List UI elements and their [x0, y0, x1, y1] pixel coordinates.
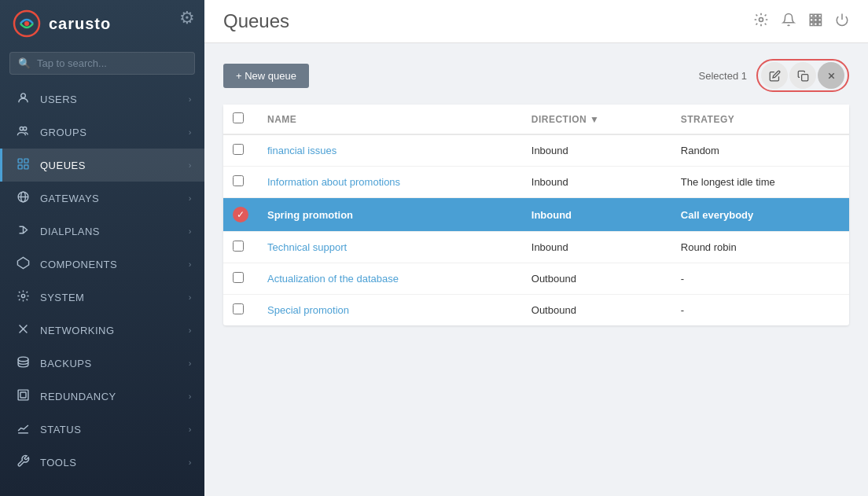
components-icon: [15, 256, 31, 272]
sidebar-item-networking-label: NETWORKING: [40, 325, 179, 336]
sidebar-item-backups-label: BACKUPS: [40, 358, 179, 369]
edit-button[interactable]: [761, 62, 788, 89]
row-checkbox[interactable]: [233, 272, 244, 283]
delete-button[interactable]: [818, 62, 844, 89]
row-direction-cell: Inbound: [522, 167, 671, 198]
table-row: Information about promotionsInboundThe l…: [223, 167, 849, 198]
sidebar-logo-area: carusto ⚙: [0, 0, 204, 47]
selected-count-text: Selected 1: [699, 70, 747, 82]
search-bar[interactable]: 🔍: [9, 52, 195, 75]
row-checkbox[interactable]: [233, 175, 244, 186]
row-direction-cell: Inbound: [522, 198, 671, 232]
svg-rect-24: [818, 14, 822, 17]
row-checkbox[interactable]: [233, 241, 244, 252]
power-icon[interactable]: [835, 13, 849, 31]
sidebar-item-dialplans-label: DIALPLANS: [40, 226, 179, 237]
main-content: Queues + New queue Selected 1: [204, 0, 868, 496]
table-toolbar: + New queue Selected 1: [223, 59, 849, 92]
row-checkbox-cell: [223, 263, 258, 295]
col-header-direction[interactable]: Direction ▼: [522, 105, 671, 134]
table-header-row: Name Direction ▼ Strategy: [223, 105, 849, 134]
grid-icon[interactable]: [808, 13, 822, 31]
sidebar-item-redundancy-label: REDUNDANCY: [40, 391, 179, 402]
sidebar-item-components[interactable]: COMPONENTS ›: [0, 248, 204, 281]
row-name-cell: Information about promotions: [258, 167, 522, 198]
gateways-icon: [15, 190, 31, 206]
chevron-right-icon: ›: [189, 94, 192, 104]
chevron-right-icon: ›: [189, 226, 192, 236]
svg-rect-6: [24, 159, 28, 163]
svg-rect-28: [810, 22, 813, 25]
queue-name-link[interactable]: financial issues: [267, 145, 337, 156]
status-icon: [15, 421, 31, 437]
row-direction-cell: Inbound: [522, 134, 671, 167]
chevron-right-icon: ›: [189, 259, 192, 269]
svg-rect-19: [20, 392, 25, 398]
sidebar-item-tools[interactable]: TOOLS ›: [0, 446, 204, 479]
row-strategy-cell: The longest idle time: [671, 167, 849, 198]
row-name-cell: Technical support: [258, 232, 522, 263]
action-icons-group: [756, 59, 849, 92]
svg-rect-29: [815, 22, 818, 25]
row-checkbox-cell: [223, 134, 258, 167]
chevron-right-icon: ›: [189, 160, 192, 170]
row-checkbox[interactable]: [233, 144, 244, 155]
users-icon: [15, 91, 31, 107]
svg-point-4: [23, 127, 26, 130]
sidebar-item-tools-label: TOOLS: [40, 457, 179, 468]
chevron-right-icon: ›: [189, 193, 192, 203]
sidebar-item-users[interactable]: USERS ›: [0, 83, 204, 116]
row-checkbox-cell: [223, 232, 258, 263]
queue-name-link[interactable]: Information about promotions: [267, 176, 400, 188]
sidebar-item-redundancy[interactable]: REDUNDANCY ›: [0, 380, 204, 413]
svg-rect-7: [18, 165, 22, 169]
chevron-right-icon: ›: [189, 358, 192, 368]
gear-icon[interactable]: [753, 12, 769, 31]
sidebar-item-gateways-label: GATEWAYS: [40, 193, 179, 204]
carusto-logo-icon: [13, 9, 41, 38]
sidebar-item-status[interactable]: STATUS ›: [0, 413, 204, 446]
col-header-strategy: Strategy: [671, 105, 849, 134]
sidebar-item-system-label: SYSTEM: [40, 292, 179, 303]
row-direction-cell: Outbound: [522, 263, 671, 295]
bell-icon[interactable]: [782, 12, 796, 31]
search-input[interactable]: [37, 57, 186, 69]
svg-rect-23: [815, 14, 818, 17]
search-icon: 🔍: [18, 57, 31, 69]
dialplans-icon: [15, 223, 31, 239]
queue-name-link[interactable]: Actualization of the database: [267, 273, 399, 285]
row-selected-checkbox[interactable]: ✓: [233, 207, 248, 222]
queue-name-link[interactable]: Technical support: [267, 241, 347, 253]
svg-point-17: [18, 357, 28, 362]
topbar-actions: [753, 12, 849, 31]
settings-gear-icon[interactable]: ⚙: [179, 8, 195, 28]
sidebar-item-dialplans[interactable]: DIALPLANS ›: [0, 215, 204, 248]
svg-rect-32: [801, 74, 807, 80]
sidebar-item-system[interactable]: SYSTEM ›: [0, 281, 204, 314]
nav-menu: USERS › GROUPS › QUEUES › GATEWAYS ›: [0, 83, 204, 496]
table-row: ✓Spring promotionInboundCall everybody: [223, 198, 849, 232]
copy-button[interactable]: [789, 62, 816, 89]
sidebar-item-groups[interactable]: GROUPS ›: [0, 116, 204, 149]
sidebar-item-components-label: COMPONENTS: [40, 259, 179, 270]
queue-name-link[interactable]: Special promotion: [267, 304, 349, 316]
sidebar-item-queues[interactable]: QUEUES ›: [0, 149, 204, 182]
row-strategy-cell: Round robin: [671, 232, 849, 263]
chevron-right-icon: ›: [189, 457, 192, 467]
sidebar-item-backups[interactable]: BACKUPS ›: [0, 347, 204, 380]
chevron-right-icon: ›: [189, 292, 192, 302]
sidebar-item-gateways[interactable]: GATEWAYS ›: [0, 182, 204, 215]
sidebar-item-networking[interactable]: NETWORKING ›: [0, 314, 204, 347]
networking-icon: [15, 322, 31, 338]
chevron-right-icon: ›: [189, 325, 192, 335]
select-all-checkbox[interactable]: [233, 112, 244, 123]
groups-icon: [15, 124, 31, 140]
sidebar-item-status-label: STATUS: [40, 424, 179, 435]
svg-point-14: [21, 294, 24, 297]
row-checkbox[interactable]: [233, 303, 244, 314]
chevron-right-icon: ›: [189, 391, 192, 401]
row-name-cell: financial issues: [258, 134, 522, 167]
row-strategy-cell: -: [671, 295, 849, 326]
new-queue-button[interactable]: + New queue: [223, 64, 309, 88]
sidebar-item-groups-label: GROUPS: [40, 127, 179, 138]
